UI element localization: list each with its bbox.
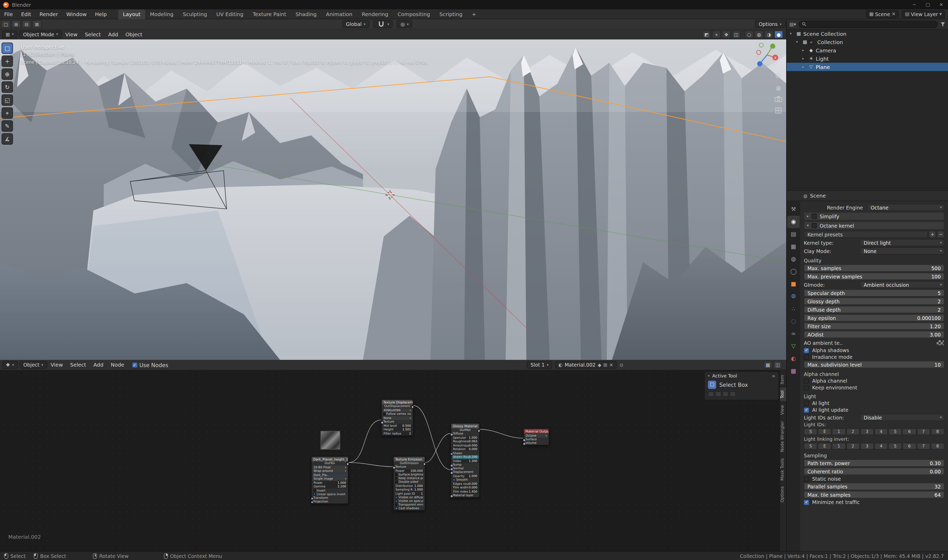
preset-remove-button[interactable]: −	[937, 231, 944, 238]
prop-row[interactable]: Alpha channel	[804, 378, 944, 384]
node-row[interactable]: Power1.000	[312, 481, 347, 485]
select-mode-button[interactable]: ⊟	[22, 20, 31, 28]
row-label[interactable]: Scene Collection	[803, 31, 846, 37]
sidebar-tab[interactable]: Node Wrangler	[780, 418, 786, 455]
properties-tab[interactable]: ▩	[787, 365, 800, 377]
prop-row[interactable]: AO ambient te..	[804, 339, 944, 346]
node-row[interactable]: Sampling R.1.000	[394, 488, 424, 492]
properties-tab[interactable]: ∴	[787, 303, 800, 315]
viewport-tool-button[interactable]: ◱	[2, 94, 13, 106]
row-label[interactable]: Plane	[816, 64, 830, 70]
transform-orientation-dropdown[interactable]: Global▾	[342, 20, 369, 28]
outliner-row[interactable]: ▾ ▦ ✓ Collection	[787, 38, 948, 46]
node-menu-item[interactable]: Add	[90, 360, 107, 370]
prop-row[interactable]: Coherent ratio 0.00	[804, 468, 944, 475]
prop-value[interactable]: 2	[938, 298, 941, 304]
node-title[interactable]: Texture Emission	[394, 457, 425, 462]
prop-row[interactable]: Minimize net traffic	[804, 499, 944, 505]
properties-tab[interactable]: ◯	[787, 266, 800, 278]
light-linking-button[interactable]: 1	[832, 443, 846, 449]
expand-arrow-icon[interactable]: ▸	[802, 57, 808, 61]
sidebar-tab[interactable]: View	[780, 402, 786, 417]
select-mode-button[interactable]: ⊞	[11, 20, 21, 28]
node-checkbox[interactable]	[313, 489, 315, 492]
light-linking-button[interactable]: E	[818, 443, 831, 449]
viewport-tool-button[interactable]: ⊕	[2, 68, 13, 80]
overlay-toggle-icon[interactable]: ◫	[773, 361, 782, 369]
collection-checkbox[interactable]: ✓	[808, 40, 814, 44]
node-row[interactable]: Sheen Roug.0.200	[452, 455, 479, 459]
prop-row[interactable]: Glossy depth 2	[804, 298, 944, 305]
node-checkbox[interactable]	[383, 413, 385, 415]
prop-checkbox[interactable]	[804, 500, 809, 505]
prop-row[interactable]: Diffuse depth 2	[804, 306, 944, 313]
light-id-button[interactable]: S	[804, 428, 817, 435]
node-material-output[interactable]: Material Output OctaneSurfaceVolume	[523, 428, 549, 445]
outliner-row[interactable]: ▾ ▦ Scene Collection	[787, 29, 948, 38]
pin-icon[interactable]: ⊙	[619, 362, 623, 368]
prop-row[interactable]: Static noise	[804, 476, 944, 482]
prop-value[interactable]: 1.20	[930, 323, 941, 329]
prop-checkbox[interactable]	[804, 407, 809, 412]
prop-row[interactable]: Alpha channel	[804, 371, 944, 377]
texture-swatch[interactable]	[936, 340, 944, 346]
viewport-menu-item[interactable]: Object	[122, 29, 146, 39]
row-label[interactable]: Collection	[817, 39, 843, 45]
sidebar-tab[interactable]: Tool	[780, 388, 786, 401]
workspace-tab[interactable]: Sculpting	[178, 9, 212, 19]
panel-menu-icon[interactable]: ≡	[772, 374, 775, 378]
node-glossy-material[interactable]: Glossy Material OutMatDiffuseSpecular1.0…	[451, 423, 480, 498]
prop-value[interactable]: 500	[931, 265, 941, 271]
prop-row[interactable]: Max. subdivision level 10	[804, 361, 944, 368]
prop-value[interactable]: 100	[931, 274, 941, 279]
select-mode-button[interactable]: ⊠	[32, 20, 42, 28]
prop-row[interactable]: AOdist 3.00	[804, 331, 944, 338]
prop-row[interactable]: Kernel presets + −	[804, 231, 944, 238]
viewport-menu-item[interactable]: View	[62, 29, 81, 39]
prop-row[interactable]: Max. preview samples 100	[804, 273, 944, 280]
prop-row[interactable]: Path term. power 0.30	[804, 459, 944, 467]
workspace-tab[interactable]: UV Editing	[212, 9, 248, 19]
tool-option-icon[interactable]	[708, 391, 714, 397]
outliner-row[interactable]: ▸ ◆ Camera	[787, 46, 948, 54]
node-row[interactable]: Filter radius2	[382, 432, 412, 435]
node-row[interactable]: None	[382, 416, 412, 420]
prop-row[interactable]: Alpha shadows	[804, 348, 944, 353]
node-checkbox[interactable]	[395, 481, 397, 483]
view-layer-selector[interactable]: ▤ View Layer ▾	[902, 10, 945, 18]
prop-row[interactable]: Quality	[804, 258, 944, 263]
prop-checkbox[interactable]	[804, 378, 809, 383]
viewport-tool-button[interactable]: +	[2, 55, 13, 67]
light-id-button[interactable]: 2	[846, 428, 860, 435]
viewport-toggle-icon[interactable]: ◫	[732, 30, 740, 38]
light-linking-button[interactable]: 4	[874, 443, 888, 449]
editor-type-button[interactable]: ⊞▾	[2, 30, 17, 38]
filter-icon[interactable]	[940, 22, 945, 27]
expand-arrow-icon[interactable]: ▸	[802, 48, 808, 52]
prop-value[interactable]: 10	[934, 362, 941, 368]
prop-row[interactable]: Light	[804, 394, 944, 399]
viewport-tool-button[interactable]: ∡	[2, 133, 13, 145]
prop-value[interactable]: 0.30	[930, 460, 941, 466]
menu-item[interactable]: Help	[91, 9, 111, 19]
node-title[interactable]: Glossy Material	[451, 424, 479, 428]
minimize-button[interactable]: ─	[908, 0, 921, 9]
prop-value[interactable]: Direct light	[860, 239, 944, 246]
properties-tab[interactable]: ▤	[787, 228, 800, 241]
row-label[interactable]: Camera	[816, 48, 836, 53]
node-checkbox[interactable]	[313, 493, 315, 495]
light-id-button[interactable]: 4	[874, 428, 888, 435]
prop-value[interactable]: 0.00	[930, 468, 941, 474]
light-linking-button[interactable]: 6	[903, 443, 916, 449]
prop-row[interactable]: Kernel type: Direct light	[804, 239, 944, 246]
properties-tab[interactable]: ◉	[787, 216, 800, 228]
light-id-button[interactable]: 8	[931, 428, 944, 435]
preset-add-button[interactable]: +	[929, 231, 936, 238]
camera-view-icon[interactable]	[774, 95, 783, 103]
outliner-search-input[interactable]	[799, 20, 938, 28]
options-dropdown[interactable]: Options▾	[755, 20, 786, 28]
node-row[interactable]: Index1.300	[452, 459, 479, 463]
prop-row[interactable]: AI light update	[804, 407, 944, 413]
zoom-icon[interactable]	[774, 72, 783, 80]
node-row[interactable]: Dark_Pla..	[312, 473, 347, 477]
